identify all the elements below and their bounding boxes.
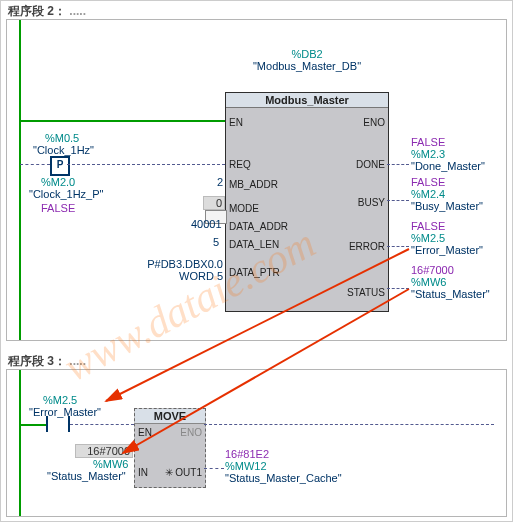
- move-out-name: "Status_Master_Cache": [225, 472, 342, 484]
- pin-datalen: DATA_LEN: [229, 239, 279, 250]
- pin-busy: BUSY: [358, 197, 385, 208]
- move-out-val: 16#81E2: [225, 448, 269, 460]
- pin-error: ERROR: [349, 241, 385, 252]
- p-trig-box[interactable]: P: [50, 156, 70, 176]
- segment3-left-rail-top: [19, 370, 21, 386]
- segment2-left-rail-top: [19, 20, 21, 36]
- pin-mode: MODE: [229, 203, 259, 214]
- s3-wire-to-move: [70, 424, 134, 425]
- pin-en: EN: [229, 117, 243, 128]
- move-pin-en: EN: [138, 427, 152, 438]
- error-val: FALSE: [411, 220, 445, 232]
- wire-busy: [387, 200, 409, 201]
- status-val: 16#7000: [411, 264, 454, 276]
- dataaddr-val: 40001: [191, 218, 222, 230]
- p-trig-letter: P: [57, 159, 64, 170]
- segment2-left-rail: [19, 36, 21, 340]
- segment2-title-text: 程序段 2：: [8, 4, 66, 18]
- mode-val: 0: [203, 196, 225, 210]
- move-pin-out1: ✳ OUT1: [165, 467, 202, 478]
- wire-done: [387, 164, 409, 165]
- wire-en-rail: [20, 120, 225, 122]
- clockP-addr: %M2.0: [41, 176, 75, 188]
- wire-req-to-block: [67, 164, 225, 165]
- instance-db-addr: %DB2: [247, 48, 367, 60]
- pin-eno: ENO: [363, 117, 385, 128]
- wire-error: [387, 246, 409, 247]
- wire-req-left: [20, 164, 50, 165]
- segment2: %DB2 "Modbus_Master_DB" Modbus_Master EN…: [6, 19, 507, 341]
- mbaddr-val: 2: [211, 176, 223, 188]
- pin-dataaddr: DATA_ADDR: [229, 221, 288, 232]
- s3-contact-addr: %M2.5: [43, 394, 77, 406]
- segment3-title-text: 程序段 3：: [8, 354, 66, 368]
- segment2-title-dots: .....: [69, 4, 86, 18]
- move-out-addr: %MW12: [225, 460, 267, 472]
- pin-done: DONE: [356, 159, 385, 170]
- move-block-header: MOVE: [135, 409, 205, 424]
- pin-status: STATUS: [347, 287, 385, 298]
- dataptr-l2: WORD 5: [147, 270, 223, 282]
- s3-wire-out1: [204, 468, 224, 469]
- pin-mbaddr: MB_ADDR: [229, 179, 278, 190]
- diagram-canvas: 程序段 2： ..... %DB2 "Modbus_Master_DB" Mod…: [0, 0, 513, 522]
- segment2-title: 程序段 2： .....: [8, 3, 86, 18]
- segment3-title: 程序段 3： .....: [8, 353, 86, 368]
- busy-addr: %M2.4: [411, 188, 445, 200]
- pin-req: REQ: [229, 159, 251, 170]
- s3-no-contact[interactable]: [46, 416, 70, 432]
- clock-addr: %M0.5: [45, 132, 79, 144]
- segment3: %M2.5 "Error_Master" MOVE EN ENO IN ✳ OU…: [6, 369, 507, 517]
- modbus-master-block[interactable]: Modbus_Master EN REQ MB_ADDR MODE DATA_A…: [225, 92, 389, 312]
- s3-wire-eno-out: [204, 424, 494, 425]
- move-in-val: 16#7000: [75, 444, 133, 458]
- error-addr: %M2.5: [411, 232, 445, 244]
- pin-dataptr: DATA_PTR: [229, 267, 280, 278]
- done-val: FALSE: [411, 136, 445, 148]
- done-addr: %M2.3: [411, 148, 445, 160]
- move-in-name: "Status_Master": [47, 470, 126, 482]
- move-block[interactable]: MOVE EN ENO IN ✳ OUT1: [134, 408, 206, 488]
- segment3-left-rail: [19, 386, 21, 516]
- wire-status: [387, 288, 409, 289]
- busy-val: FALSE: [411, 176, 445, 188]
- segment3-title-dots: .....: [69, 354, 86, 368]
- move-in-addr: %MW6: [93, 458, 128, 470]
- clockP-name: "Clock_1Hz_P": [29, 188, 103, 200]
- done-name: "Done_Master": [411, 160, 485, 172]
- s3-wire-left: [20, 424, 46, 426]
- instance-db-name: "Modbus_Master_DB": [247, 60, 367, 72]
- clockP-val: FALSE: [41, 202, 75, 214]
- modbus-master-header: Modbus_Master: [226, 93, 388, 108]
- status-name: "Status_Master": [411, 288, 490, 300]
- clock-name: "Clock_1Hz": [33, 144, 94, 156]
- status-addr: %MW6: [411, 276, 446, 288]
- move-pin-in: IN: [138, 467, 148, 478]
- dataptr-l1: P#DB3.DBX0.0: [147, 258, 223, 270]
- move-pin-eno: ENO: [180, 427, 202, 438]
- busy-name: "Busy_Master": [411, 200, 483, 212]
- error-name: "Error_Master": [411, 244, 483, 256]
- datalen-val: 5: [213, 236, 219, 248]
